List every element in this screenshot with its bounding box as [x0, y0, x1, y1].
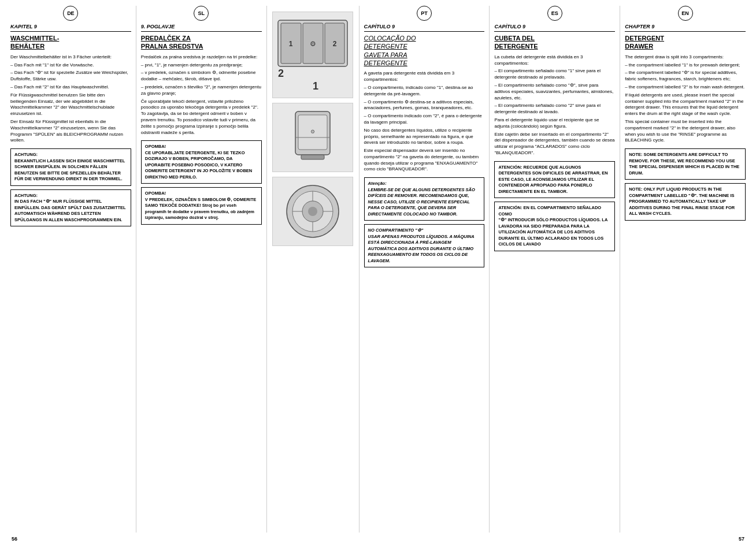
lang-icon-sl: SL	[141, 6, 262, 21]
warning1-es: ATENCIÓN: RECUERDE QUE ALGUNOS DETERGENT…	[494, 161, 615, 199]
svg-rect-12	[301, 155, 324, 159]
warning2-pt: NO COMPARTIMENTO "⚙" USAR APENAS PRODUTO…	[364, 224, 485, 267]
warning1-en: NOTE: SOME DETERGENTS ARE DIFFICULT TO R…	[625, 148, 746, 180]
drawer-diagram-svg: 1 ⚙ 2 2 1	[275, 14, 350, 95]
lang-icon-pt: PT	[364, 6, 485, 21]
warning1-de: ACHTUNG: BEKANNTLICH LASSEN SICH EINIGE …	[10, 148, 131, 186]
body-es: La cubeta del detergente está dividida e…	[494, 54, 615, 157]
image-column: 1 ⚙ 2 2 1 ⚙	[267, 6, 360, 533]
warning1-pt: Atenção: LEMBRE-SE DE QUE ALGUNS DETERGE…	[364, 177, 485, 221]
svg-text:2: 2	[333, 40, 337, 48]
container-diagram-svg: ⚙	[278, 106, 347, 169]
column-sl: SL 9. POGLAVJE PREDALČEK ZA PRALNA SREDS…	[136, 6, 267, 533]
lang-code-pt: PT	[421, 10, 428, 17]
column-de: DE KAPITEL 9 WASCHMITTEL- BEHÄLTER Der W…	[6, 6, 136, 533]
diagram-top: 1 ⚙ 2 2 1	[272, 12, 353, 98]
lang-code-de: DE	[67, 10, 75, 17]
chapter-en: CHAPTER 9	[625, 23, 746, 32]
body-sl: Predalček za pralna sredstva je razdelje…	[141, 54, 262, 136]
body-pt: A gaveta para detergente está dividida e…	[364, 70, 485, 173]
title-en: DETERGENT DRAWER	[625, 34, 746, 51]
body-de: Der Waschmittelbehälter ist in 3 Fächer …	[10, 54, 131, 144]
diagram-bottom	[272, 177, 353, 246]
lang-circle-de: DE	[63, 6, 78, 21]
warning2-es: ATENCIÓN: EN EL COMPARTIMENTO SEÑALADO C…	[494, 202, 615, 251]
column-pt: PT CAPÍTULO 9 COLOCAÇÃO DO DETERGENTE GA…	[360, 6, 490, 533]
body-en: The detergent draw is split into 3 compa…	[625, 54, 746, 144]
title-es: CUBETA DEL DETERGENTE	[494, 34, 615, 51]
page: DE KAPITEL 9 WASCHMITTEL- BEHÄLTER Der W…	[0, 0, 756, 551]
lang-icon-en: EN	[625, 6, 746, 21]
lang-circle-pt: PT	[417, 6, 432, 21]
svg-text:⚙: ⚙	[310, 129, 315, 135]
columns-wrapper: DE KAPITEL 9 WASCHMITTEL- BEHÄLTER Der W…	[0, 6, 756, 533]
lang-code-sl: SL	[198, 10, 205, 17]
page-left: 56	[12, 536, 17, 542]
column-en: EN CHAPTER 9 DETERGENT DRAWER The deterg…	[620, 6, 750, 533]
title-pt: COLOCAÇÃO DO DETERGENTE GAVETA PARA DETE…	[364, 34, 485, 67]
warning2-sl: OPOMBA! V PREDELEK, OZNAČEN S SIMBOLOM ⚙…	[141, 187, 262, 225]
warning1-sl: OPOMBA! CE UPORABLJATE DETERGENTE, KI SE…	[141, 140, 262, 184]
svg-text:⚙: ⚙	[310, 40, 316, 48]
svg-text:1: 1	[289, 40, 293, 48]
page-numbers: 56 57	[0, 533, 756, 545]
title-de: WASCHMITTEL- BEHÄLTER	[10, 34, 131, 51]
warning2-de: ACHTUNG: IN DAS FACH "⚙" NUR FLÜSSIGE MI…	[10, 189, 131, 227]
lang-circle-sl: SL	[194, 6, 209, 21]
svg-text:1: 1	[313, 80, 318, 92]
warning2-en: NOTE: ONLY PUT LIQUID PRODUCTS IN THE CO…	[625, 183, 746, 221]
chapter-sl: 9. POGLAVJE	[141, 23, 262, 32]
chapter-pt: CAPÍTULO 9	[364, 23, 485, 32]
chapter-es: CAPÍTULO 9	[494, 23, 615, 32]
lang-code-en: EN	[681, 10, 689, 17]
lang-circle-en: EN	[678, 6, 693, 21]
lang-icon-es: ES	[494, 6, 615, 21]
drum-diagram-svg	[278, 180, 347, 243]
column-es: ES CAPÍTULO 9 CUBETA DEL DETERGENTE La c…	[490, 6, 620, 533]
lang-code-es: ES	[551, 10, 558, 17]
svg-text:2: 2	[278, 68, 284, 79]
lang-circle-es: ES	[547, 6, 562, 21]
page-right: 57	[739, 536, 744, 542]
svg-point-17	[308, 207, 317, 216]
diagram-middle: ⚙	[272, 103, 353, 172]
chapter-de: KAPITEL 9	[10, 23, 131, 32]
lang-icon-de: DE	[10, 6, 131, 21]
title-sl: PREDALČEK ZA PRALNA SREDSTVA	[141, 34, 262, 51]
